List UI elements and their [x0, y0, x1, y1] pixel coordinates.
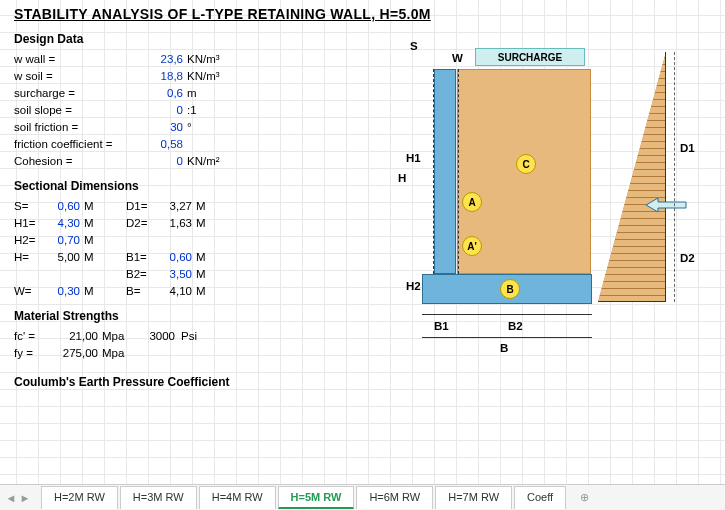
marker-b: B	[500, 279, 520, 299]
sheet-tab[interactable]: Coeff	[514, 486, 566, 509]
dim-label-b1: B1	[434, 320, 449, 332]
tab-nav-next[interactable]: ►	[18, 489, 32, 507]
wall-stem	[434, 69, 456, 274]
section-coulomb: Coulumb's Earth Pressure Coefficient	[14, 375, 711, 389]
dim-label-b: B	[500, 342, 508, 354]
pressure-arrow-icon	[646, 196, 690, 214]
earth-pressure-triangle	[598, 52, 666, 302]
sheet-tab[interactable]: H=6M RW	[356, 486, 433, 509]
dim-label-d1: D1	[680, 142, 695, 154]
page-title: STABILITY ANALYSIS OF L-TYPE RETAINING W…	[14, 6, 711, 22]
svg-marker-0	[646, 198, 686, 212]
dim-label-s: S	[410, 40, 418, 52]
tab-nav-prev[interactable]: ◄	[4, 489, 18, 507]
sheet-tabs: H=2M RWH=3M RWH=4M RWH=5M RWH=6M RWH=7M …	[40, 486, 567, 509]
sheet-tab-bar: ◄ ► H=2M RWH=3M RWH=4M RWH=5M RWH=6M RWH…	[0, 484, 725, 510]
sheet-tab[interactable]: H=5M RW	[278, 486, 355, 509]
marker-a: A	[462, 192, 482, 212]
sheet-tab[interactable]: H=4M RW	[199, 486, 276, 509]
add-sheet-button[interactable]: ⊕	[573, 487, 595, 509]
dim-label-b2: B2	[508, 320, 523, 332]
dim-label-h2: H2	[406, 280, 421, 292]
dash-s	[422, 69, 434, 274]
marker-c: C	[516, 154, 536, 174]
dim-line-b	[422, 337, 592, 338]
dim-label-h: H	[398, 172, 406, 184]
surcharge-label: SURCHARGE	[475, 48, 585, 66]
dim-line-b1b2	[422, 314, 592, 315]
dim-label-h1: H1	[406, 152, 421, 164]
retaining-wall-diagram: S W SURCHARGE A A' B C H H1 H2 B1 B2 B D…	[370, 42, 710, 362]
sheet-tab[interactable]: H=2M RW	[41, 486, 118, 509]
dim-label-w: W	[452, 52, 463, 64]
sheet-tab[interactable]: H=7M RW	[435, 486, 512, 509]
worksheet-area: STABILITY ANALYSIS OF L-TYPE RETAINING W…	[0, 0, 725, 510]
marker-a-prime: A'	[462, 236, 482, 256]
sheet-tab[interactable]: H=3M RW	[120, 486, 197, 509]
dim-label-d2: D2	[680, 252, 695, 264]
dim-line-d	[674, 52, 675, 302]
